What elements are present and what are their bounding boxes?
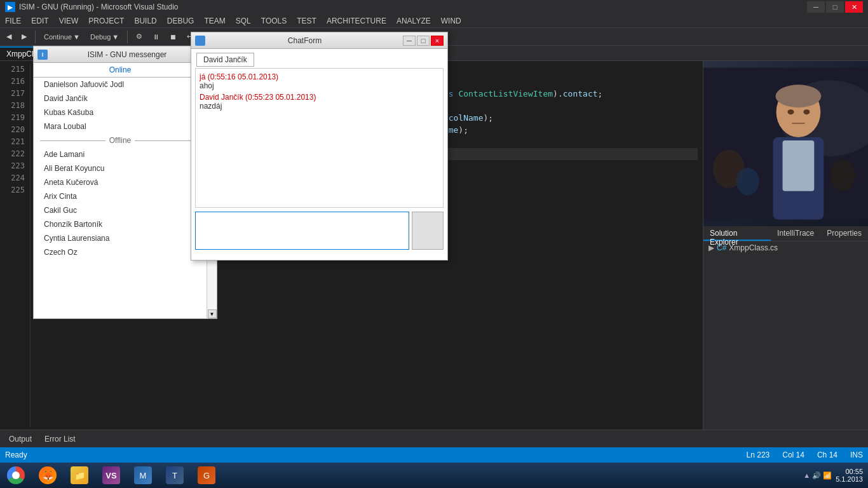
continue-label: Continue — [44, 33, 72, 41]
menu-project[interactable]: PROJECT — [83, 14, 129, 27]
forward-button[interactable]: ▶ — [18, 31, 31, 42]
debug-label: Debug — [90, 33, 111, 41]
contact-kubas[interactable]: Kubas Kašuba — [34, 105, 207, 119]
chrome-icon — [7, 466, 25, 484]
vs-icon: VS — [102, 466, 120, 484]
status-text: Ready — [5, 451, 27, 459]
msg1-text: ahoj — [200, 81, 214, 90]
chat-tab-area: David Jančík — [191, 49, 447, 68]
menu-tools[interactable]: TOOLS — [256, 14, 292, 27]
contact-cakil[interactable]: Cakil Guc — [34, 203, 207, 217]
contact-list: Online Danielson Jafuovič Jodl David Jan… — [34, 63, 207, 318]
restore-button[interactable]: □ — [826, 1, 844, 13]
toolbar-icon-3[interactable]: ⏹ — [166, 32, 180, 42]
taskbar-clock: 00:55 5.1.2013 — [836, 468, 863, 483]
firefox-icon: 🦊 — [39, 466, 57, 484]
video-content — [703, 61, 868, 226]
system-tray-icons: ▲ 🔊 📶 — [803, 471, 832, 480]
chat-message-1: já (0:55:16 05.01.2013) ahoj — [200, 72, 439, 90]
msg2-text: nazdáj — [200, 102, 222, 111]
taskbar-firefox[interactable]: 🦊 — [32, 463, 64, 488]
svg-point-11 — [736, 168, 759, 196]
chat-form-window: ChatForm ─ □ × David Jančík já (0:55:16 … — [191, 32, 448, 261]
taskbar-vs[interactable]: VS — [95, 463, 127, 488]
menu-view[interactable]: VIEW — [54, 14, 84, 27]
minimize-button[interactable]: ─ — [807, 1, 825, 13]
line-numbers: 215 216 217 218 219 220 221 222 223 224 … — [0, 64, 31, 427]
chat-maximize-button[interactable]: □ — [417, 36, 430, 46]
contact-aneta[interactable]: Aneta Kučerová — [34, 175, 207, 189]
online-section-header: Online — [34, 63, 207, 78]
solution-explorer-tab[interactable]: Solution Explorer — [703, 226, 771, 241]
intelli-trace-tab[interactable]: IntelliTrace — [771, 226, 820, 241]
scrollbar-down-button[interactable]: ▼ — [208, 309, 217, 318]
contact-ade[interactable]: Ade Lamani — [34, 147, 207, 161]
gnu-messenger-icon: M — [134, 466, 152, 484]
menu-wind[interactable]: WIND — [436, 14, 466, 27]
menu-file[interactable]: FILE — [0, 14, 26, 27]
explorer-icon: 📁 — [71, 466, 88, 484]
taskbar-date: 5.1.2013 — [836, 475, 863, 483]
col-indicator: Col 14 — [782, 451, 804, 459]
taskbar-messenger2[interactable]: G — [191, 463, 222, 488]
title-bar-controls: ─ □ ✕ — [807, 1, 863, 13]
contact-chonzik[interactable]: Chonzík Bartoník — [34, 217, 207, 231]
cs-file-icon: C# — [717, 243, 726, 252]
contact-arix[interactable]: Arix Cinta — [34, 189, 207, 203]
chat-send-button[interactable] — [412, 212, 444, 250]
taskbar-explorer[interactable]: 📁 — [64, 463, 95, 488]
msg2-sender: David Jančík (0:55:23 05.01.2013) — [200, 93, 316, 102]
line-indicator: Ln 223 — [747, 451, 770, 459]
svg-point-3 — [776, 85, 822, 107]
taskbar: 🦊 📁 VS M T G ▲ 🔊 📶 00:55 5.1.2013 — [0, 463, 868, 488]
debug-dropdown-icon: ▼ — [112, 33, 119, 41]
bottom-panel: Output Error List — [0, 430, 868, 447]
menu-team[interactable]: TEAM — [199, 14, 230, 27]
vs-logo-icon: ▶ — [5, 2, 15, 12]
solution-explorer-tabs: Solution Explorer IntelliTrace Propertie… — [703, 226, 868, 241]
svg-point-7 — [803, 109, 810, 114]
menu-architecture[interactable]: ARCHITECTURE — [322, 14, 391, 27]
chat-app-icon — [195, 36, 205, 46]
taskbar-gnu-messenger[interactable]: M — [127, 463, 159, 488]
contact-danielson[interactable]: Danielson Jafuovič Jodl — [34, 78, 207, 92]
toolbar-icon-1[interactable]: ⚙ — [132, 31, 146, 42]
messenger-window: I ISIM - GNU messenger × Online Danielso… — [33, 46, 217, 319]
menu-analyze[interactable]: ANALYZE — [391, 14, 436, 27]
team-icon: T — [166, 466, 184, 484]
taskbar-team[interactable]: T — [159, 463, 191, 488]
chat-minimize-button[interactable]: ─ — [403, 36, 416, 46]
chat-contact-tab[interactable]: David Jančík — [196, 53, 254, 67]
ins-mode: INS — [850, 451, 863, 459]
offline-section-header: Offline — [105, 136, 135, 145]
solution-file-label: XmppClass.cs — [729, 243, 778, 252]
chat-input-field[interactable] — [195, 212, 409, 250]
menu-bar: FILE EDIT VIEW PROJECT BUILD DEBUG TEAM … — [0, 14, 868, 28]
taskbar-chrome[interactable] — [0, 463, 32, 488]
taskbar-time: 00:55 — [836, 468, 863, 475]
chat-title-text: ChatForm — [208, 36, 402, 45]
toolbar-icon-2[interactable]: ⏸ — [149, 32, 163, 42]
menu-debug[interactable]: DEBUG — [162, 14, 200, 27]
contact-david[interactable]: David Jančík — [34, 92, 207, 105]
chat-messages-area: já (0:55:16 05.01.2013) ahoj David Jančí… — [195, 68, 444, 208]
error-list-tab[interactable]: Error List — [41, 433, 79, 445]
menu-sql[interactable]: SQL — [231, 14, 256, 27]
menu-build[interactable]: BUILD — [129, 14, 161, 27]
toolbar-separator-2 — [127, 30, 128, 43]
menu-edit[interactable]: EDIT — [26, 14, 53, 27]
debug-button[interactable]: Debug ▼ — [86, 32, 123, 42]
back-button[interactable]: ◀ — [3, 31, 15, 42]
properties-tab[interactable]: Properties — [820, 226, 868, 241]
contact-ali[interactable]: Ali Berat Koyuncu — [34, 161, 207, 175]
menu-test[interactable]: TEST — [292, 14, 322, 27]
messenger-title-text: ISIM - GNU messenger — [51, 50, 203, 59]
continue-button[interactable]: Continue ▼ — [40, 32, 84, 42]
contact-mara[interactable]: Mara Loubal — [34, 119, 207, 133]
chat-input-area — [195, 212, 444, 250]
contact-czech[interactable]: Czech Oz — [34, 245, 207, 259]
chat-close-button[interactable]: × — [431, 36, 444, 46]
close-button[interactable]: ✕ — [845, 1, 863, 13]
contact-cyntia[interactable]: Cyntia Laurensiana — [34, 231, 207, 245]
output-tab[interactable]: Output — [5, 433, 36, 445]
